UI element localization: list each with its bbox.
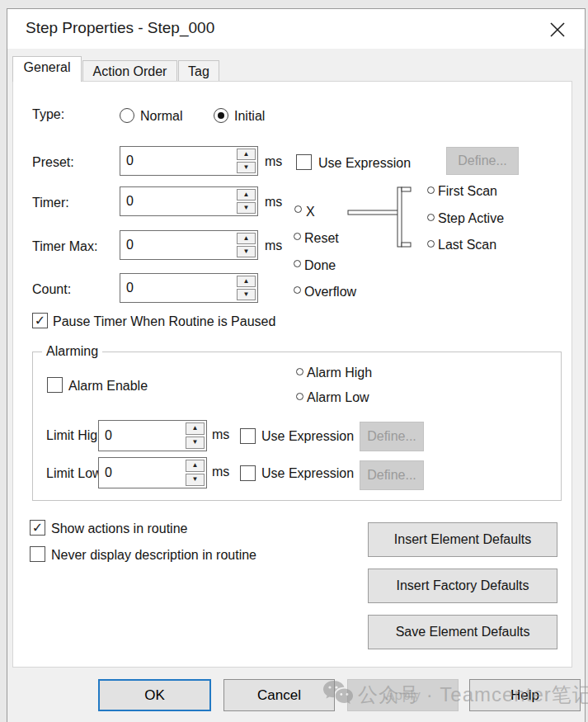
timer-input[interactable] — [122, 189, 238, 214]
overflow-flag-indicator — [294, 286, 301, 294]
dialog-title: Step Properties - Step_000 — [26, 19, 214, 37]
done-flag-indicator — [294, 260, 301, 267]
limit-high-define-button[interactable]: Define... — [360, 422, 424, 451]
alarm-enable-checkbox[interactable] — [47, 377, 63, 393]
type-normal-label: Normal — [140, 109, 183, 124]
ok-button[interactable]: OK — [98, 679, 211, 711]
limit-low-field-box: ▲ ▼ — [98, 457, 207, 488]
close-icon[interactable] — [545, 17, 570, 42]
limit-low-label: Limit Low: — [46, 466, 106, 481]
show-actions-checkbox[interactable] — [30, 520, 45, 536]
alarm-high-indicator — [296, 368, 303, 375]
limit-low-use-expression-label: Use Expression — [261, 466, 354, 481]
timer-field-box: ▲ ▼ — [120, 186, 258, 216]
radio-dot — [218, 112, 224, 119]
limit-low-spinner: ▲ ▼ — [186, 460, 205, 486]
alarming-group-title: Alarming — [42, 344, 102, 359]
limit-low-use-expression-checkbox[interactable] — [240, 465, 256, 481]
timer-max-input[interactable] — [122, 233, 238, 257]
timer-max-label: Timer Max: — [32, 239, 97, 254]
timer-unit: ms — [265, 195, 282, 210]
spin-down-icon[interactable]: ▼ — [237, 162, 256, 173]
show-actions-label: Show actions in routine — [51, 521, 187, 536]
timer-label: Timer: — [32, 196, 69, 210]
alarm-low-indicator — [296, 393, 303, 400]
spin-up-icon[interactable]: ▲ — [237, 233, 256, 244]
spin-down-icon[interactable]: ▼ — [237, 289, 256, 300]
overflow-flag-label: Overflow — [304, 285, 356, 300]
limit-low-input[interactable] — [101, 460, 187, 486]
never-display-label: Never display description in routine — [51, 548, 256, 563]
preset-spinner: ▲ ▼ — [237, 149, 256, 173]
step-active-label: Step Active — [438, 211, 504, 226]
timer-max-spinner: ▲ ▼ — [237, 233, 256, 257]
pause-timer-label: Pause Timer When Routine is Paused — [53, 314, 275, 329]
spin-up-icon[interactable]: ▲ — [237, 276, 256, 287]
title-bar: Step Properties - Step_000 — [7, 9, 585, 49]
first-scan-label: First Scan — [438, 184, 497, 199]
tab-general[interactable]: General — [12, 56, 82, 82]
preset-label: Preset: — [32, 155, 74, 170]
limit-low-define-button[interactable]: Define... — [360, 460, 424, 490]
limit-high-spinner: ▲ ▼ — [186, 422, 205, 449]
spin-down-icon[interactable]: ▼ — [186, 474, 205, 486]
cancel-button[interactable]: Cancel — [223, 679, 335, 711]
tab-action-order-label: Action Order — [93, 64, 167, 78]
apply-button[interactable]: Apply — [347, 679, 459, 711]
last-scan-label: Last Scan — [438, 238, 496, 252]
tab-tag-label: Tag — [188, 64, 209, 78]
count-input[interactable] — [122, 276, 238, 300]
scan-bracket-connector — [322, 181, 421, 263]
alarm-high-label: Alarm High — [307, 366, 372, 380]
type-initial-radio[interactable] — [214, 108, 228, 123]
type-initial-label: Initial — [234, 109, 265, 124]
timer-max-field-box: ▲ ▼ — [120, 230, 258, 260]
last-scan-indicator — [427, 240, 435, 248]
done-flag-label: Done — [304, 258, 336, 273]
limit-high-use-expression-label: Use Expression — [261, 429, 354, 444]
preset-unit: ms — [265, 154, 282, 169]
type-normal-radio[interactable] — [120, 108, 134, 123]
spin-down-icon[interactable]: ▼ — [237, 202, 256, 214]
first-scan-indicator — [427, 186, 435, 194]
pause-timer-checkbox[interactable] — [32, 313, 48, 328]
alarm-low-label: Alarm Low — [307, 390, 369, 405]
insert-element-defaults-button[interactable]: Insert Element Defaults — [368, 522, 557, 557]
tab-general-label: General — [24, 60, 71, 74]
insert-factory-defaults-button[interactable]: Insert Factory Defaults — [368, 569, 557, 603]
count-spinner: ▲ ▼ — [237, 276, 256, 300]
spin-down-icon[interactable]: ▼ — [186, 437, 205, 449]
limit-high-unit: ms — [212, 427, 229, 442]
reset-flag-indicator — [294, 233, 301, 240]
timer-spinner: ▲ ▼ — [237, 189, 256, 214]
reset-flag-label: Reset — [304, 231, 339, 246]
tab-action-order[interactable]: Action Order — [82, 60, 177, 82]
preset-field-box: ▲ ▼ — [120, 146, 258, 176]
preset-define-button[interactable]: Define... — [446, 147, 519, 175]
limit-high-use-expression-checkbox[interactable] — [240, 428, 256, 444]
save-element-defaults-button[interactable]: Save Element Defaults — [368, 615, 557, 649]
timer-max-unit: ms — [265, 238, 282, 253]
preset-use-expression-checkbox[interactable] — [296, 154, 312, 170]
limit-high-input[interactable] — [101, 422, 187, 449]
preset-input[interactable] — [122, 149, 238, 173]
spin-up-icon[interactable]: ▲ — [237, 149, 256, 160]
spin-up-icon[interactable]: ▲ — [237, 189, 256, 201]
step-active-indicator — [427, 214, 435, 221]
spin-down-icon[interactable]: ▼ — [237, 246, 256, 257]
limit-low-unit: ms — [212, 465, 229, 479]
tab-strip: General Action Order Tag — [7, 49, 585, 81]
type-label: Type: — [32, 107, 64, 122]
tab-tag[interactable]: Tag — [178, 60, 219, 82]
x-flag-label: X — [306, 205, 315, 219]
count-field-box: ▲ ▼ — [120, 273, 258, 303]
help-button[interactable]: Help — [469, 679, 581, 711]
spin-up-icon[interactable]: ▲ — [186, 460, 205, 472]
spin-up-icon[interactable]: ▲ — [186, 422, 205, 435]
x-flag-indicator — [294, 205, 302, 213]
limit-high-field-box: ▲ ▼ — [98, 420, 207, 451]
preset-use-expression-label: Use Expression — [318, 156, 411, 171]
count-label: Count: — [32, 282, 71, 297]
step-properties-dialog: Step Properties - Step_000 General Actio… — [7, 8, 586, 722]
never-display-checkbox[interactable] — [30, 546, 45, 562]
